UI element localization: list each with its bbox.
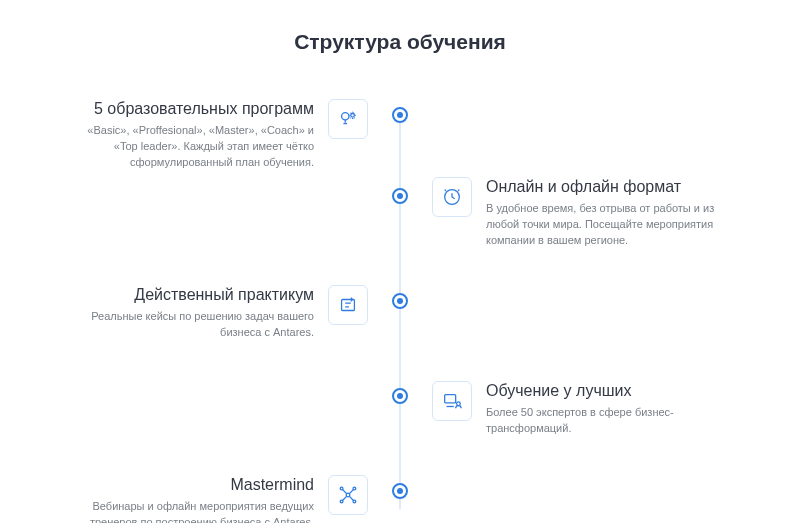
timeline-dot (392, 107, 408, 123)
timeline-dot (392, 293, 408, 309)
experts-icon (432, 381, 472, 421)
timeline-item: Обучение у лучших Более 50 экспертов в с… (432, 381, 772, 437)
svg-rect-4 (445, 395, 456, 403)
timeline-dot (392, 483, 408, 499)
practicum-icon (328, 285, 368, 325)
item-title: Действенный практикум (134, 285, 314, 305)
svg-point-1 (351, 114, 355, 118)
item-desc: Реальные кейсы по решению задач вашего б… (74, 309, 314, 341)
page-title: Структура обучения (0, 30, 800, 54)
timeline-dot (392, 188, 408, 204)
item-desc: «Basic», «Proffesional», «Master», «Coac… (74, 123, 314, 171)
item-desc: В удобное время, без отрыва от работы и … (486, 201, 726, 249)
item-title: Обучение у лучших (486, 381, 632, 401)
timeline-dot (392, 388, 408, 404)
item-title: 5 образовательных программ (94, 99, 314, 119)
network-icon (328, 475, 368, 515)
item-title: Онлайн и офлайн формат (486, 177, 681, 197)
svg-point-0 (342, 113, 349, 120)
timeline-line (400, 109, 401, 509)
timeline-item: Действенный практикум Реальные кейсы по … (28, 285, 368, 341)
item-desc: Более 50 экспертов в сфере бизнес-трансф… (486, 405, 726, 437)
timeline-item: 5 образовательных программ «Basic», «Pro… (28, 99, 368, 171)
clock-24-icon (432, 177, 472, 217)
item-desc: Вебинары и офлайн мероприятия ведущих тр… (74, 499, 314, 523)
timeline-item: Онлайн и офлайн формат В удобное время, … (432, 177, 772, 249)
timeline: 5 образовательных программ «Basic», «Pro… (0, 99, 800, 523)
timeline-item: Mastermind Вебинары и офлайн мероприятия… (28, 475, 368, 523)
item-title: Mastermind (230, 475, 314, 495)
svg-rect-3 (342, 300, 355, 311)
lightbulb-gear-icon (328, 99, 368, 139)
